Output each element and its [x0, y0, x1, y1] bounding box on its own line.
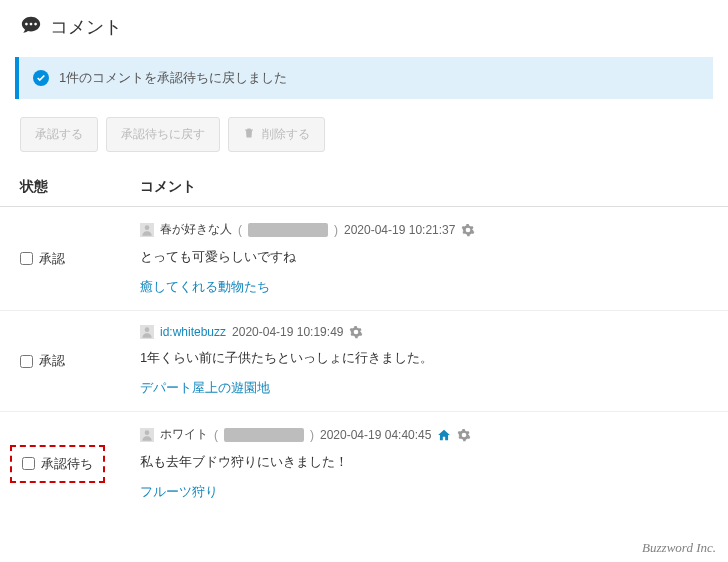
revert-to-pending-button[interactable]: 承認待ちに戻す [106, 117, 220, 152]
svg-point-1 [145, 225, 150, 230]
svg-point-3 [145, 327, 150, 332]
comment-body: 私も去年ブドウ狩りにいきました！ [140, 453, 708, 471]
column-header-status: 状態 [0, 168, 120, 207]
masked-info [248, 223, 328, 237]
comment-author: 春が好きな人 [160, 221, 232, 238]
approve-button[interactable]: 承認する [20, 117, 98, 152]
table-row: 承認春が好きな人()2020-04-19 10:21:37とっても可愛らしいです… [0, 207, 728, 311]
comment-body: とっても可愛らしいですね [140, 248, 708, 266]
status-label: 承認 [39, 250, 65, 268]
comment-meta: 春が好きな人()2020-04-19 10:21:37 [140, 221, 708, 238]
comment-timestamp: 2020-04-19 10:21:37 [344, 223, 455, 237]
post-link[interactable]: フルーツ狩り [140, 484, 218, 499]
page-header: コメント [0, 0, 728, 57]
comment-author[interactable]: id:whitebuzz [160, 325, 226, 339]
row-select-checkbox[interactable] [22, 457, 35, 470]
row-select-checkbox[interactable] [20, 355, 33, 368]
footer-credit: Buzzword Inc. [642, 540, 716, 556]
status-cell: 承認待ち [10, 445, 105, 483]
table-row: 承認待ちホワイト()2020-04-19 04:40:45私も去年ブドウ狩りにい… [0, 412, 728, 516]
page-title: コメント [50, 15, 122, 39]
bulk-action-toolbar: 承認する 承認待ちに戻す 削除する [0, 117, 728, 168]
comment-body: 1年くらい前に子供たちといっしょに行きました。 [140, 349, 708, 367]
comment-meta: ホワイト()2020-04-19 04:40:45 [140, 426, 708, 443]
alert-message: 1件のコメントを承認待ちに戻しました [59, 69, 287, 87]
delete-button[interactable]: 削除する [228, 117, 325, 152]
status-cell: 承認 [20, 250, 100, 268]
column-header-comment: コメント [120, 168, 728, 207]
avatar [140, 223, 154, 237]
masked-info [224, 428, 304, 442]
gear-icon[interactable] [461, 223, 475, 237]
post-link[interactable]: デパート屋上の遊園地 [140, 380, 270, 395]
comment-meta: id:whitebuzz2020-04-19 10:19:49 [140, 325, 708, 339]
comment-bubble-icon [20, 14, 50, 39]
success-alert: 1件のコメントを承認待ちに戻しました [15, 57, 713, 99]
status-label: 承認待ち [41, 455, 93, 473]
gear-icon[interactable] [457, 428, 471, 442]
delete-button-label: 削除する [262, 127, 310, 141]
home-icon[interactable] [437, 428, 451, 442]
comments-table: 状態 コメント 承認春が好きな人()2020-04-19 10:21:37とって… [0, 168, 728, 515]
comment-timestamp: 2020-04-19 10:19:49 [232, 325, 343, 339]
comment-timestamp: 2020-04-19 04:40:45 [320, 428, 431, 442]
trash-icon [243, 128, 258, 142]
checkmark-icon [33, 70, 49, 86]
svg-point-5 [145, 430, 150, 435]
status-label: 承認 [39, 352, 65, 370]
table-row: 承認id:whitebuzz2020-04-19 10:19:491年くらい前に… [0, 311, 728, 412]
avatar [140, 325, 154, 339]
avatar [140, 428, 154, 442]
gear-icon[interactable] [349, 325, 363, 339]
comment-author: ホワイト [160, 426, 208, 443]
post-link[interactable]: 癒してくれる動物たち [140, 279, 270, 294]
row-select-checkbox[interactable] [20, 252, 33, 265]
status-cell: 承認 [20, 352, 100, 370]
